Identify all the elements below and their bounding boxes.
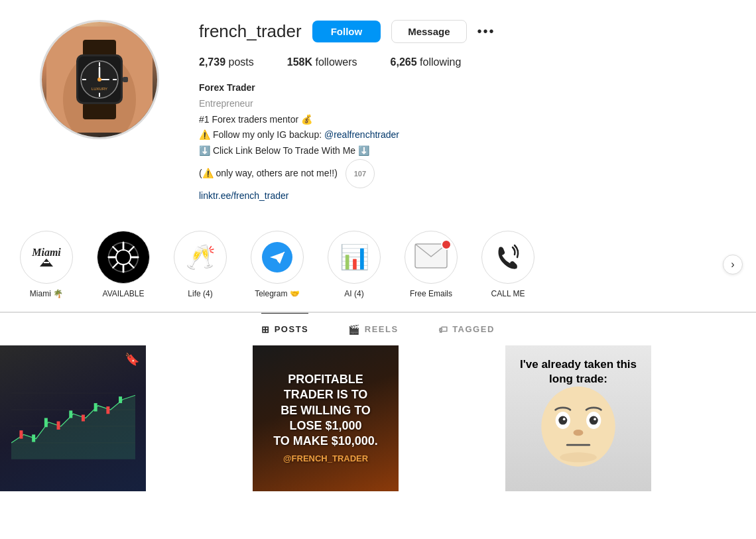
money-chart-icon: 📊 [340,243,369,271]
svg-point-13 [97,78,101,82]
svg-rect-35 [19,430,23,438]
following-stat[interactable]: 6,265 following [391,56,462,68]
post-3-content: I've already taken this long trade: [512,352,645,481]
highlights-next-arrow[interactable]: › [723,255,743,274]
post-3-text: I've already taken this long trade: [517,357,639,387]
highlight-life[interactable]: 🥂 Life (4) [174,231,227,298]
highlight-circle-miami: Miami [20,231,73,284]
bio-name: Forex Trader [199,80,716,96]
username-row: french_trader Follow Message ••• [199,20,716,43]
following-count: 6,265 [391,56,417,68]
avatar: LUXURY [40,20,159,139]
svg-rect-38 [56,422,60,430]
post-2-text: PROFITABLE TRADER IS TO BE WILLING TO LO… [266,372,385,465]
tab-posts-label: POSTS [275,324,309,334]
highlight-circle-ai: 📊 [328,231,381,284]
highlight-label-miami: Miami 🌴 [30,289,63,298]
username: french_trader [199,21,302,42]
message-button[interactable]: Message [391,20,466,43]
highlight-label-ai: AI (4) [344,289,363,298]
svg-rect-2 [83,40,116,56]
highlights-section: Miami Miami 🌴 AVAILABLE [0,217,756,312]
svg-rect-40 [81,415,84,422]
svg-point-50 [594,418,596,420]
highlight-circle-callme [481,231,535,284]
svg-point-51 [574,430,584,436]
tab-reels[interactable]: 🎬 REELS [348,313,398,345]
posts-stat[interactable]: 2,739 posts [199,56,254,68]
svg-text:LUXURY: LUXURY [92,87,107,91]
followers-count: 158K [287,56,312,68]
chart-visualization [11,363,135,473]
highlight-label-freeemails: Free Emails [410,289,452,298]
ig-backup-link[interactable]: @realfrenchtrader [324,129,399,140]
highlight-ai[interactable]: 📊 AI (4) [328,231,381,298]
film-icon: 🎬 [348,324,361,335]
email-notification-dot [441,239,452,250]
followers-label: followers [315,56,357,68]
highlight-label-telegram: Telegram 🤝 [255,289,300,298]
svg-rect-41 [94,403,97,411]
more-options-button[interactable]: ••• [477,24,495,39]
profile-header: LUXURY french_trader Follow Message ••• … [0,0,756,217]
bio-line-3: ⬇️ Click Link Below To Trade With Me ⬇️ [199,143,716,159]
svg-line-28 [113,263,117,267]
tab-reels-label: REELS [365,324,399,334]
tab-tagged-label: TAGGED [452,324,495,334]
highlight-circle-available [97,231,150,284]
highlight-callme[interactable]: CALL ME [481,231,535,298]
svg-line-25 [113,247,117,251]
champagne-icon: 🥂 [186,243,216,271]
bio-section: Forex Trader Entrepreneur #1 Forex trade… [199,80,716,204]
following-label: following [420,56,461,68]
linktree-link[interactable]: linktr.ee/french_trader [199,190,288,201]
svg-rect-42 [106,406,109,414]
meme-face-svg [517,387,639,473]
profile-info: french_trader Follow Message ••• 2,739 p… [199,20,716,204]
bio-subtitle: Entrepreneur [199,96,716,112]
bio-line-1: #1 Forex traders mentor 💰 [199,112,716,128]
svg-line-26 [129,263,133,267]
note-counter: 107 [346,159,375,188]
svg-text:Miami: Miami [31,247,61,258]
highlight-miami[interactable]: Miami Miami 🌴 [20,231,73,298]
bio-link-line: linktr.ee/french_trader [199,188,716,204]
highlight-label-callme: CALL ME [491,289,525,298]
highlight-freeemails[interactable]: Free Emails [405,231,458,298]
post-1[interactable]: 🔖 [0,345,146,491]
tabs-section: ⊞ POSTS 🎬 REELS 🏷 TAGGED [0,312,756,345]
highlight-label-life: Life (4) [188,289,212,298]
highlight-available[interactable]: AVAILABLE [97,231,150,298]
tab-posts[interactable]: ⊞ POSTS [261,313,308,345]
posts-label: posts [229,56,254,68]
tab-tagged[interactable]: 🏷 TAGGED [438,313,495,345]
bookmark-icon: 🔖 [125,352,139,367]
bio-line-2: ⚠️ Follow my only IG backup: @realfrench… [199,127,716,143]
grid-icon: ⊞ [261,324,271,335]
stats-row: 2,739 posts 158K followers 6,265 followi… [199,56,716,68]
svg-marker-34 [11,395,135,459]
highlight-telegram[interactable]: Telegram 🤝 [251,231,304,298]
phone-icon [493,242,523,272]
svg-point-48 [590,416,598,425]
followers-stat[interactable]: 158K followers [287,56,357,68]
svg-rect-39 [69,411,72,418]
email-icon-wrapper [414,243,448,271]
avatar-image: LUXURY [42,22,157,137]
highlight-circle-life: 🥂 [174,231,227,284]
tag-icon: 🏷 [438,324,449,335]
svg-line-27 [129,247,133,251]
highlight-circle-telegram [251,231,304,284]
posts-grid: 🔖 PROFITABLE TRADER IS TO BE [0,345,756,491]
svg-point-53 [560,452,597,462]
svg-point-47 [558,416,567,425]
svg-rect-43 [119,396,122,403]
svg-point-49 [563,418,566,420]
posts-count: 2,739 [199,56,225,68]
post-3[interactable]: I've already taken this long trade: [505,345,651,491]
svg-rect-36 [32,435,35,442]
telegram-icon [262,242,292,272]
follow-button[interactable]: Follow [312,21,381,42]
post-2[interactable]: PROFITABLE TRADER IS TO BE WILLING TO LO… [253,345,399,491]
highlight-circle-freeemails [405,231,458,284]
